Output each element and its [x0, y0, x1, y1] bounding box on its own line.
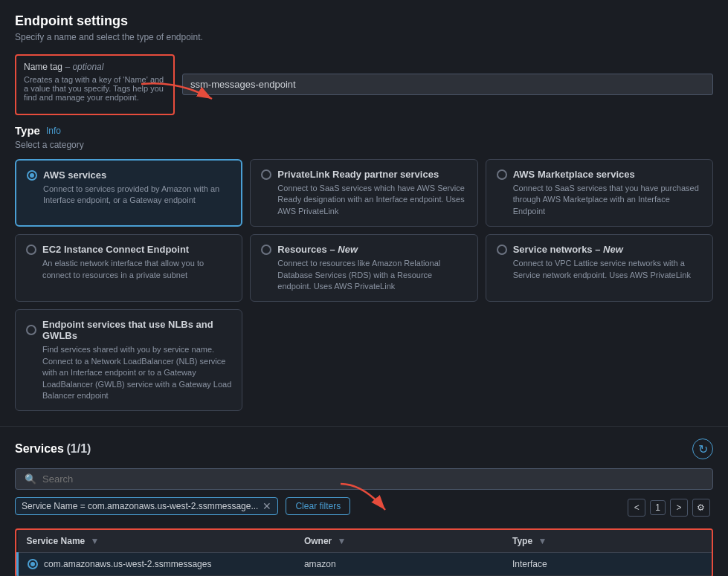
type-card-marketplace-desc: Connect to SaaS services that you have p…: [513, 183, 702, 217]
name-tag-box: Name tag – optional Creates a tag with a…: [15, 54, 175, 115]
col-owner-label: Owner: [304, 536, 332, 546]
type-card-service-networks[interactable]: Service networks – New Connect to VPC La…: [486, 234, 713, 302]
col-service-name-label: Service Name: [27, 536, 86, 546]
table-cell-service-name: com.amazonaws.us-west-2.ssmmessages: [18, 553, 295, 576]
prev-page-button[interactable]: <: [628, 499, 645, 517]
radio-resources[interactable]: [261, 245, 271, 255]
sort-type-icon: ▼: [538, 536, 547, 546]
type-card-resources[interactable]: Resources – New Connect to resources lik…: [250, 234, 477, 302]
filter-bar: Service Name = com.amazonaws.us-west-2.s…: [15, 497, 350, 515]
services-table: Service Name ▼ Owner ▼ Type ▼: [16, 530, 712, 576]
radio-service-networks[interactable]: [497, 245, 507, 255]
radio-marketplace[interactable]: [497, 169, 507, 180]
type-card-aws-services-desc: Connect to services provided by Amazon w…: [43, 184, 231, 207]
type-card-service-networks-desc: Connect to VPC Lattice service networks …: [513, 258, 702, 281]
type-card-resources-title: Resources – New: [277, 244, 358, 255]
type-card-marketplace[interactable]: AWS Marketplace services Connect to SaaS…: [486, 159, 713, 227]
type-card-privatelink-desc: Connect to SaaS services which have AWS …: [277, 183, 466, 217]
type-card-nlb-gwlb-desc: Find services shared with you by service…: [42, 344, 231, 401]
type-card-nlb-gwlb[interactable]: Endpoint services that use NLBs and GWLB…: [15, 309, 242, 411]
col-owner[interactable]: Owner ▼: [295, 530, 503, 553]
endpoint-settings-subtitle: Specify a name and select the type of en…: [15, 32, 713, 42]
type-card-nlb-gwlb-title: Endpoint services that use NLBs and GWLB…: [42, 319, 231, 341]
type-card-privatelink[interactable]: PrivateLink Ready partner services Conne…: [250, 159, 477, 227]
page-number: 1: [650, 500, 666, 515]
col-service-name[interactable]: Service Name ▼: [18, 530, 295, 553]
radio-privatelink[interactable]: [261, 169, 271, 180]
table-nav: < 1 > ⚙: [628, 499, 713, 517]
type-subtitle: Select a category: [15, 140, 713, 150]
type-card-aws-services[interactable]: AWS services Connect to services provide…: [15, 159, 242, 227]
col-type[interactable]: Type ▼: [503, 530, 712, 553]
endpoint-settings-title: Endpoint settings: [15, 13, 713, 29]
name-tag-optional: – optional: [65, 62, 103, 72]
radio-ec2-connect[interactable]: [26, 245, 36, 255]
type-info-link[interactable]: Info: [46, 126, 61, 136]
type-card-ec2-connect[interactable]: EC2 Instance Connect Endpoint An elastic…: [15, 234, 242, 302]
row-radio-button[interactable]: [28, 559, 38, 569]
type-card-aws-services-title: AWS services: [43, 169, 106, 181]
filter-tag-text: Service Name = com.amazonaws.us-west-2.s…: [22, 501, 258, 511]
services-table-container: Service Name ▼ Owner ▼ Type ▼: [15, 528, 713, 576]
search-bar: 🔍: [15, 468, 713, 490]
type-card-marketplace-title: AWS Marketplace services: [513, 169, 635, 180]
service-name-value: com.amazonaws.us-west-2.ssmmessages: [44, 559, 211, 569]
type-cards-grid: AWS services Connect to services provide…: [15, 159, 713, 411]
table-settings-button[interactable]: ⚙: [692, 499, 710, 517]
filter-tag: Service Name = com.amazonaws.us-west-2.s…: [15, 497, 278, 515]
table-cell-type: Interface: [503, 553, 712, 576]
sort-service-name-icon: ▼: [91, 536, 100, 546]
name-tag-description: Creates a tag with a key of 'Name' and a…: [24, 75, 166, 102]
filter-close-button[interactable]: ✕: [262, 501, 271, 511]
services-title: Services: [15, 442, 64, 455]
type-section: Type Info Select a category AWS services…: [15, 124, 713, 411]
table-row[interactable]: com.amazonaws.us-west-2.ssmmessages amaz…: [18, 553, 712, 576]
col-type-label: Type: [512, 536, 532, 546]
sort-owner-icon: ▼: [338, 536, 347, 546]
type-title: Type: [15, 124, 40, 137]
refresh-icon: ↻: [698, 442, 708, 456]
clear-filters-button[interactable]: Clear filters: [286, 497, 350, 515]
table-cell-owner: amazon: [295, 553, 503, 576]
radio-aws-services[interactable]: [27, 170, 37, 181]
services-count: (1/1): [66, 442, 91, 455]
services-section: Services (1/1) ↻ 🔍 Service Name = com.am…: [0, 427, 728, 576]
next-page-button[interactable]: >: [670, 499, 688, 517]
search-input[interactable]: [42, 473, 703, 485]
type-card-privatelink-title: PrivateLink Ready partner services: [277, 169, 439, 180]
type-card-resources-desc: Connect to resources like Amazon Relatio…: [277, 258, 466, 292]
type-card-ec2-connect-desc: An elastic network interface that allow …: [42, 258, 231, 281]
name-tag-input[interactable]: [182, 74, 713, 95]
refresh-button[interactable]: ↻: [692, 439, 713, 459]
name-tag-label: Name tag – optional: [24, 62, 166, 72]
search-icon: 🔍: [25, 473, 36, 485]
radio-nlb-gwlb[interactable]: [26, 325, 36, 335]
settings-icon: ⚙: [697, 502, 705, 513]
type-card-ec2-connect-title: EC2 Instance Connect Endpoint: [42, 244, 189, 255]
type-card-service-networks-title: Service networks – New: [513, 244, 623, 255]
